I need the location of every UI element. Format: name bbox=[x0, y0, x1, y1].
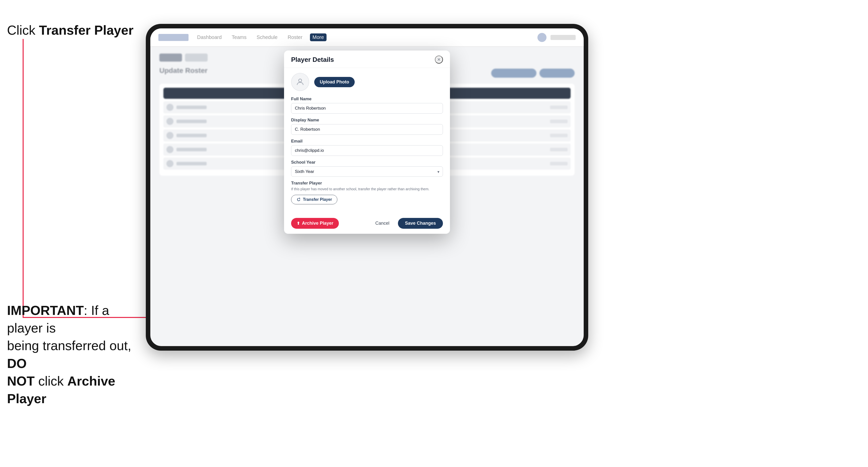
app-navbar: Dashboard Teams Schedule Roster More bbox=[150, 28, 584, 46]
update-roster-title: Update Roster bbox=[159, 67, 207, 75]
annotation-vertical-line bbox=[23, 39, 24, 318]
full-name-group: Full Name bbox=[291, 96, 443, 114]
display-name-group: Display Name bbox=[291, 118, 443, 135]
archive-player-button[interactable]: ⬆ Archive Player bbox=[291, 218, 339, 229]
cell-bar-sm bbox=[550, 134, 568, 137]
modal-body: Upload Photo Full Name Display Name Emai… bbox=[284, 68, 450, 214]
cell-circle bbox=[166, 146, 174, 153]
nav-item-teams: Teams bbox=[229, 33, 249, 41]
cell-bar-sm bbox=[550, 148, 568, 151]
display-name-label: Display Name bbox=[291, 118, 443, 123]
nav-item-roster: Roster bbox=[285, 33, 305, 41]
transfer-section-description: If this player has moved to another scho… bbox=[291, 187, 443, 192]
tablet-screen: Dashboard Teams Schedule Roster More Upd… bbox=[150, 28, 584, 346]
transfer-player-button[interactable]: Transfer Player bbox=[291, 195, 337, 204]
svg-point-0 bbox=[299, 79, 302, 82]
full-name-label: Full Name bbox=[291, 96, 443, 101]
cell-bar-sm bbox=[550, 105, 568, 109]
cell-bar bbox=[177, 134, 207, 137]
cancel-button[interactable]: Cancel bbox=[370, 218, 395, 229]
cell-bar bbox=[177, 105, 207, 109]
email-input[interactable] bbox=[291, 145, 443, 156]
cell-bar bbox=[177, 148, 207, 151]
nav-items: Dashboard Teams Schedule Roster More bbox=[194, 33, 531, 41]
player-details-modal: Player Details × Upload Photo bbox=[284, 51, 450, 234]
school-year-group: School Year First Year Second Year Third… bbox=[291, 160, 443, 177]
nav-item-dashboard: Dashboard bbox=[194, 33, 224, 41]
school-year-select-wrapper: First Year Second Year Third Year Fourth… bbox=[291, 166, 443, 177]
transfer-icon bbox=[297, 197, 301, 202]
modal-header: Player Details × bbox=[284, 51, 450, 68]
sub-nav-active bbox=[159, 54, 182, 62]
upload-photo-button[interactable]: Upload Photo bbox=[314, 77, 355, 87]
cell-bar-sm bbox=[550, 162, 568, 165]
nav-right bbox=[537, 33, 576, 42]
cell-circle bbox=[166, 132, 174, 139]
person-icon bbox=[296, 77, 305, 87]
nav-item-schedule: Schedule bbox=[254, 33, 280, 41]
instruction-important: IMPORTANT bbox=[7, 303, 84, 318]
school-year-select[interactable]: First Year Second Year Third Year Fourth… bbox=[291, 166, 443, 177]
instruction-bottom: IMPORTANT: If a player is being transfer… bbox=[7, 302, 133, 407]
archive-button-label: Archive Player bbox=[302, 221, 333, 226]
sub-nav-item-2 bbox=[185, 54, 208, 62]
cell-bar-sm bbox=[550, 120, 568, 123]
transfer-player-section: Transfer Player If this player has moved… bbox=[291, 181, 443, 204]
instruction-top: Click Transfer Player bbox=[7, 23, 133, 38]
cell-circle bbox=[166, 118, 174, 125]
btn-placeholder-1 bbox=[491, 69, 536, 78]
btn-placeholder-2 bbox=[539, 69, 575, 78]
cell-circle bbox=[166, 160, 174, 167]
modal-close-button[interactable]: × bbox=[435, 56, 443, 64]
nav-item-more: More bbox=[310, 33, 327, 41]
full-name-input[interactable] bbox=[291, 103, 443, 114]
tablet-device: Dashboard Teams Schedule Roster More Upd… bbox=[146, 24, 588, 351]
instruction-top-bold: Transfer Player bbox=[39, 23, 133, 37]
archive-icon: ⬆ bbox=[297, 221, 300, 226]
modal-footer: ⬆ Archive Player Cancel Save Changes bbox=[284, 214, 450, 234]
nav-avatar bbox=[537, 33, 547, 42]
cell-bar bbox=[177, 162, 207, 165]
transfer-button-label: Transfer Player bbox=[303, 197, 332, 202]
player-photo-circle bbox=[291, 73, 309, 91]
email-label: Email bbox=[291, 139, 443, 144]
nav-user-placeholder bbox=[551, 35, 576, 40]
transfer-section-label: Transfer Player bbox=[291, 181, 443, 186]
save-changes-button[interactable]: Save Changes bbox=[398, 218, 443, 229]
email-group: Email bbox=[291, 139, 443, 156]
cell-circle bbox=[166, 104, 174, 111]
photo-upload-row: Upload Photo bbox=[291, 73, 443, 91]
modal-title: Player Details bbox=[291, 56, 334, 64]
school-year-label: School Year bbox=[291, 160, 443, 165]
app-logo bbox=[158, 34, 189, 41]
display-name-input[interactable] bbox=[291, 124, 443, 135]
cell-bar bbox=[177, 120, 207, 123]
instruction-do-not: DONOT bbox=[7, 356, 35, 388]
